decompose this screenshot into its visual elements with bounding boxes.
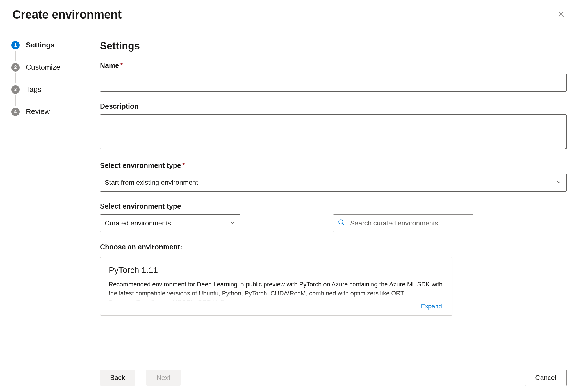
step-label: Review [26,107,50,116]
step-label: Tags [26,85,41,94]
step-connector [15,95,16,106]
required-asterisk: * [120,61,123,69]
field-env-subtype: Select environment type Curated environm… [100,202,240,232]
dialog-title: Create environment [12,8,122,21]
name-label: Name* [100,61,567,70]
step-number-badge: 3 [11,85,20,94]
env-type-label: Select environment type* [100,161,567,170]
env-search-input[interactable] [350,219,469,227]
step-label: Settings [26,41,55,49]
close-button[interactable] [555,9,567,21]
environment-card[interactable]: PyTorch 1.11 Recommended environment for… [100,257,452,316]
env-search-box[interactable] [333,214,473,232]
chevron-down-icon [229,219,236,227]
panel-heading: Settings [100,40,567,52]
close-icon [557,15,565,19]
expand-button[interactable]: Expand [419,302,444,310]
env-type-select[interactable]: Start from existing environment [100,174,567,192]
wizard-stepper: 1 Settings 2 Customize 3 Tags 4 Review [0,28,84,362]
wizard-footer: Back Next Cancel [84,363,579,392]
name-input[interactable] [100,74,567,92]
search-icon [338,219,345,228]
env-subtype-value: Curated environments [105,219,171,227]
description-input[interactable] [100,114,567,149]
step-number-badge: 2 [11,63,20,72]
step-connector [15,73,16,83]
step-connector [15,51,16,61]
back-button[interactable]: Back [100,370,135,386]
env-subtype-select[interactable]: Curated environments [100,214,240,232]
field-description: Description [100,102,567,151]
step-number-badge: 1 [11,41,20,49]
required-asterisk: * [182,161,185,169]
svg-point-0 [339,220,343,224]
step-settings[interactable]: 1 Settings [11,39,76,51]
choose-env-label: Choose an environment: [100,243,567,251]
step-review[interactable]: 4 Review [11,106,76,118]
env-card-description: Recommended environment for Deep Learnin… [109,280,444,301]
cancel-button[interactable]: Cancel [525,370,567,386]
field-env-type: Select environment type* Start from exis… [100,161,567,192]
env-card-title: PyTorch 1.11 [109,265,444,275]
env-subtype-label: Select environment type [100,202,240,210]
dialog-header: Create environment [0,0,579,28]
step-number-badge: 4 [11,108,20,116]
description-label: Description [100,102,567,110]
settings-panel: Settings Name* Description Select enviro… [84,28,579,362]
step-tags[interactable]: 3 Tags [11,83,76,95]
field-name: Name* [100,61,567,92]
next-button[interactable]: Next [146,370,180,386]
chevron-down-icon [556,179,562,186]
step-label: Customize [26,63,60,72]
env-type-value: Start from existing environment [105,179,198,186]
step-customize[interactable]: 2 Customize [11,61,76,73]
env-subtype-row: Select environment type Curated environm… [100,202,567,232]
